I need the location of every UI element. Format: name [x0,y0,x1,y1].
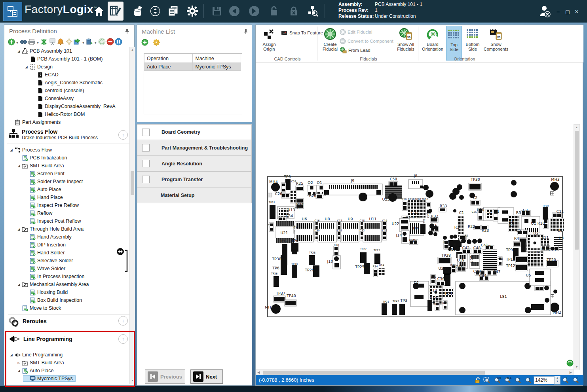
home-icon[interactable] [91,3,107,19]
top-side-button[interactable]: Top Side [446,26,462,61]
tree-item[interactable]: ConsoleAssy [6,95,116,102]
create-fiducial-button[interactable]: Create Fiducial [320,27,340,51]
section-checkbox[interactable] [142,176,150,183]
unlock-icon[interactable] [266,3,282,19]
zoom-in-icon[interactable]: + [562,377,570,384]
next-button[interactable]: Next [190,369,223,384]
canvas-hscrollbar[interactable]: ◀ ▶ [256,369,574,375]
machine-table[interactable]: OperationMachineAuto PlaceMycronic TPSys [144,54,241,71]
tree-item[interactable]: Box Build Inspection [6,296,89,304]
tree-item[interactable]: PCB Initialization [6,154,89,162]
tree-item[interactable]: Selective Solder [6,257,89,265]
show-all-fiducials-button[interactable]: OK Show All Fiducials [394,27,417,51]
tree-item[interactable]: ◢PCB Assembly 101 [6,47,116,55]
section-checkbox[interactable] [142,160,150,167]
tree-item[interactable]: ◢Design [6,63,116,71]
tree-item[interactable]: DisplayConsoleAssembly_RevA [6,102,116,110]
expand-down-icon[interactable]: ↓ [118,316,128,326]
feeder-setup-icon[interactable] [131,3,146,19]
tree-expander[interactable]: ◢ [16,227,22,231]
tree-item[interactable]: ◢Process Flow [6,146,89,154]
tree-item[interactable]: ECAD [6,71,116,79]
section-material-setup[interactable]: Material Setup [137,187,252,203]
tree-item[interactable]: PCB Assembly 101 - 1 (BOM) [6,55,116,63]
zoom-out-fast-icon[interactable]: -- [514,377,522,384]
reroute-marker-icon[interactable] [116,248,131,277]
find-icon[interactable] [20,38,27,45]
tree-expander[interactable]: ◢ [16,369,22,373]
tree-item[interactable]: ◢SMT Build Area [6,162,89,170]
tree-item[interactable]: ▷SMT Build Area [6,359,75,367]
board-orientation-button[interactable]: 90 Board Orientation [420,27,445,51]
undo-icon[interactable] [226,3,242,19]
tree-item[interactable]: Part Assignments [6,118,116,126]
dropdown-caret-icon[interactable]: ▼ [16,42,19,44]
collapse-up-icon[interactable]: ↑ [118,334,128,344]
convert-to-component-button[interactable]: Convert to Component [340,37,393,45]
tree-item[interactable]: Hand Assembly [6,233,89,241]
lock-x-icon[interactable] [286,3,302,19]
tree-item[interactable]: Hand Place [6,193,89,201]
close-button[interactable]: ✕ [573,9,581,15]
tree-expander[interactable]: ◢ [23,65,29,69]
pin-icon[interactable] [124,28,130,36]
tree-item[interactable]: ◢Auto Place [6,367,75,375]
process-flow-header[interactable]: Process Flow Drake Industries PCB Build … [8,129,98,140]
zoom-out-icon[interactable]: - [524,377,532,384]
dropdown-caret-icon[interactable]: ▼ [82,42,85,44]
settings-gear-icon[interactable] [184,3,200,19]
pause-icon[interactable] [115,38,122,45]
machine-cell[interactable]: Mycronic TPSys [193,63,241,71]
redo-icon[interactable] [246,3,262,19]
tree-item[interactable]: DIP Insertion [6,241,89,249]
machine-col-header[interactable]: Operation [144,54,193,63]
tree-item[interactable]: Auto Place [6,186,89,193]
snap-to-feature-button[interactable]: Snap To Feature [281,29,323,37]
machine-col-header[interactable]: Machine [193,54,241,63]
add-icon[interactable] [8,38,15,45]
tree-expander[interactable]: ▷ [16,361,22,365]
refresh-icon[interactable] [98,38,106,45]
gear-pale-icon[interactable] [65,38,73,45]
stop-icon[interactable] [106,38,114,45]
tree-item[interactable]: Solder Paste Inspect [6,178,89,186]
section-board-geometry[interactable]: Board Geometry [137,124,252,140]
zoom-level-input[interactable]: 142% [534,376,554,384]
tree-item[interactable]: Inspect Pre Reflow [6,201,89,209]
tree-item[interactable]: Helico-Rotor BOM [6,110,116,118]
process-definition-tab-icon[interactable] [108,2,123,21]
user-logout-icon[interactable] [536,3,552,19]
line-programming-header[interactable]: Line Programming [8,335,72,344]
tree-item[interactable]: Hand Solder [6,249,89,257]
zoom-100-icon[interactable]: 100 [494,377,502,384]
tree-item[interactable]: Mycronic TPSys [6,375,75,383]
section-angle-resolution[interactable]: Angle Resolution [137,156,252,172]
section-part-management-troubleshooting[interactable]: Part Management & Troubleshooting [137,140,252,156]
machine-row[interactable]: Auto PlaceMycronic TPSys [144,63,241,71]
tree-item[interactable]: Move to Stock [6,304,89,312]
tree-item[interactable]: Aegis_Console Schematic [6,79,116,87]
tree-expander[interactable]: ◢ [16,283,22,286]
sync-icon[interactable] [147,3,163,19]
documents-icon[interactable] [165,3,181,19]
tree-expander[interactable]: ◢ [8,353,14,357]
zoom-region-icon[interactable] [483,377,491,384]
pan-overview-button[interactable] [566,360,574,368]
tree-item[interactable]: ◢Line Programming [6,351,75,359]
left-scrollbar[interactable]: ▲ ▼ [129,47,135,384]
compare-icon[interactable] [40,38,48,45]
edit-fiducial-button[interactable]: Edit Fiducial [340,28,372,36]
previous-button[interactable]: Previous [145,369,185,384]
section-program-transfer[interactable]: Program Transfer [137,172,252,187]
save-icon[interactable] [209,3,225,19]
tree-item[interactable]: Reflow [6,209,89,217]
tree-expander[interactable]: ◢ [16,164,22,168]
tree-item[interactable]: centroid (console) [6,87,116,95]
section-checkbox[interactable] [142,144,150,151]
dropdown-caret-icon[interactable]: ▼ [94,42,97,44]
add-machine-icon[interactable] [141,38,148,46]
tree-item[interactable]: ◢Mechanical Assembly Area [6,280,89,288]
pcb-canvas[interactable]: TP5MH4R25Q2Q1J9C58J8TP30MH3C26C26R26R24T… [256,124,574,369]
assign-origin-button[interactable]: Assign Origin [258,27,280,51]
machine-settings-icon[interactable] [152,38,160,46]
